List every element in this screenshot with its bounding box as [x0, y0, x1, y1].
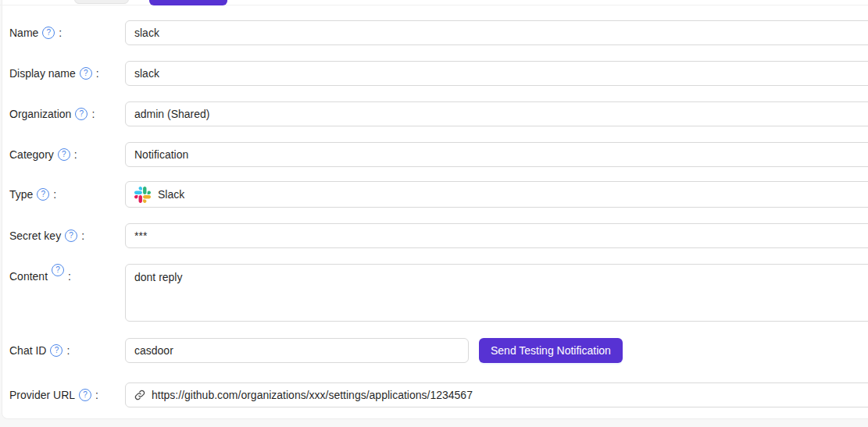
send-testing-notification-button[interactable]: Send Testing Notification: [479, 338, 623, 363]
label-colon: :: [53, 182, 56, 207]
link-icon: [134, 390, 145, 400]
label-colon: :: [95, 383, 98, 407]
provider-url-row: Provider URL ? :: [0, 383, 868, 407]
category-label: Category ? :: [9, 142, 125, 167]
chat-id-row: Chat ID ? : Send Testing Notification: [0, 338, 868, 363]
name-label-text: Name: [9, 20, 38, 45]
type-row: Type ? : Slack: [0, 181, 868, 208]
label-colon: :: [81, 223, 84, 248]
label-colon: :: [91, 101, 95, 126]
provider-url-input[interactable]: [152, 383, 866, 407]
question-circle-icon[interactable]: ?: [79, 389, 91, 401]
name-row: Name ? :: [0, 20, 868, 45]
content-row: Content ? : dont reply: [0, 264, 868, 322]
provider-url-label: Provider URL ? :: [9, 383, 125, 407]
chat-id-label: Chat ID ? :: [9, 338, 125, 363]
secret-key-input[interactable]: [125, 223, 868, 248]
organization-select[interactable]: [125, 101, 868, 126]
label-colon: :: [96, 61, 99, 86]
question-circle-icon[interactable]: ?: [58, 148, 70, 161]
question-circle-icon[interactable]: ?: [37, 188, 49, 201]
name-label: Name ? :: [9, 20, 125, 45]
display-name-row: Display name ? :: [0, 61, 868, 86]
display-name-input[interactable]: [125, 61, 868, 86]
name-input[interactable]: [125, 20, 868, 45]
question-circle-icon[interactable]: ?: [80, 67, 92, 80]
provider-url-label-text: Provider URL: [9, 383, 75, 407]
secret-key-row: Secret key ? :: [0, 223, 868, 248]
label-colon: :: [68, 264, 71, 289]
content-label: Content ? :: [9, 264, 125, 322]
category-select[interactable]: [125, 142, 868, 167]
secret-key-label-text: Secret key: [9, 223, 61, 248]
type-select-value: Slack: [158, 188, 184, 201]
display-name-label-text: Display name: [9, 61, 76, 86]
label-colon: :: [66, 338, 70, 363]
type-select[interactable]: Slack: [125, 181, 868, 208]
chat-id-input[interactable]: [125, 338, 469, 363]
category-label-text: Category: [9, 142, 54, 167]
question-circle-icon[interactable]: ?: [42, 27, 55, 39]
question-circle-icon[interactable]: ?: [75, 108, 88, 120]
type-label-text: Type: [9, 182, 33, 207]
organization-label-text: Organization: [9, 101, 71, 126]
content-label-text: Content: [9, 264, 48, 289]
cutoff-default-button[interactable]: [74, 0, 129, 4]
organization-label: Organization ? :: [9, 101, 125, 126]
label-colon: :: [59, 20, 62, 45]
category-row: Category ? :: [0, 142, 868, 167]
question-circle-icon[interactable]: ?: [50, 344, 63, 357]
content-textarea[interactable]: dont reply: [125, 264, 868, 322]
chat-id-label-text: Chat ID: [9, 338, 46, 363]
type-label: Type ? :: [9, 182, 125, 207]
provider-url-field[interactable]: [125, 383, 868, 407]
display-name-label: Display name ? :: [9, 61, 125, 86]
label-colon: :: [74, 142, 77, 167]
cutoff-primary-button[interactable]: [149, 0, 227, 5]
header-divider: [0, 5, 868, 5]
provider-edit-page: Name ? : Display name ? : Organization ?…: [0, 0, 868, 427]
secret-key-label: Secret key ? :: [9, 223, 125, 248]
question-circle-icon[interactable]: ?: [65, 230, 77, 242]
organization-row: Organization ? :: [0, 101, 868, 126]
question-circle-icon[interactable]: ?: [52, 264, 64, 276]
slack-logo-icon: [134, 187, 151, 203]
